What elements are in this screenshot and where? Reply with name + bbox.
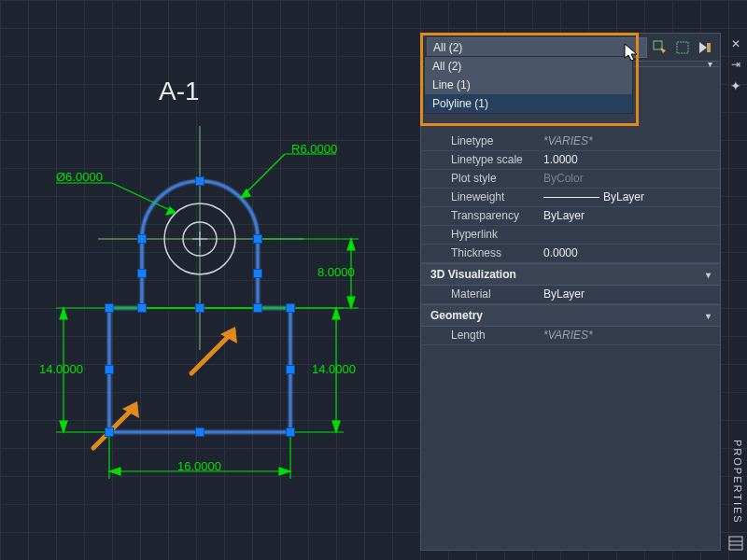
property-value[interactable]: *VARIES* (538, 133, 720, 150)
svg-marker-40 (699, 42, 707, 53)
property-label: Material (421, 286, 538, 303)
pickset-icon[interactable] (673, 38, 692, 57)
property-row[interactable]: Length*VARIES* (421, 327, 720, 345)
options-icon[interactable]: ✦ (730, 78, 741, 93)
dropdown-option[interactable]: Polyline (1) (425, 94, 632, 113)
property-label: Thickness (421, 245, 538, 262)
grip[interactable] (286, 365, 295, 374)
property-row[interactable]: Plot styleByColor (421, 170, 720, 189)
cursor-icon (624, 43, 641, 63)
property-row[interactable]: Thickness0.0000 (421, 245, 720, 263)
grip[interactable] (286, 427, 295, 437)
grip[interactable] (195, 427, 204, 437)
property-row[interactable]: MaterialByLayer (421, 286, 720, 304)
dim-14-left: 14.0000 (39, 362, 83, 376)
close-icon[interactable]: ✕ (731, 37, 740, 50)
dock-icon[interactable]: ⇥ (731, 58, 740, 71)
chevron-down-icon: ▾ (706, 270, 711, 280)
dropdown-option[interactable]: Line (1) (425, 76, 632, 94)
grip[interactable] (253, 269, 262, 278)
grip[interactable] (253, 303, 262, 313)
palette-controls: ✕ ⇥ ✦ (725, 37, 747, 93)
svg-marker-31 (109, 468, 120, 475)
svg-marker-32 (279, 468, 290, 475)
dropdown-option[interactable]: All (2) (425, 57, 632, 76)
dim-14-right: 14.0000 (312, 362, 356, 376)
grip[interactable] (105, 427, 114, 437)
svg-marker-17 (347, 297, 355, 308)
property-value[interactable]: 1.0000 (538, 151, 720, 169)
section-3d-visualization[interactable]: 3D Visualization ▾ (421, 263, 720, 286)
selection-dropdown[interactable]: All (2)Line (1)Polyline (1) (424, 56, 633, 114)
svg-marker-16 (347, 239, 355, 250)
property-value[interactable]: ByLayer (538, 189, 720, 206)
svg-marker-21 (332, 308, 340, 319)
drawing-svg (0, 0, 420, 560)
grip[interactable] (137, 303, 147, 313)
svg-marker-9 (241, 189, 250, 198)
property-value[interactable]: ByLayer (538, 286, 720, 303)
property-label: Plot style (421, 170, 538, 188)
svg-marker-12 (166, 207, 176, 215)
selection-combo[interactable]: All (2) (427, 37, 647, 58)
property-label: Hyperlink (421, 226, 538, 244)
grip[interactable] (137, 234, 147, 244)
property-value[interactable]: ByLayer (538, 207, 720, 225)
grip[interactable] (286, 303, 295, 313)
property-value[interactable]: ByColor (538, 170, 720, 188)
property-label: Length (421, 327, 538, 344)
grip[interactable] (105, 303, 114, 313)
property-label: Linetype (421, 133, 538, 150)
grip[interactable] (137, 269, 147, 278)
property-row[interactable]: TransparencyByLayer (421, 207, 720, 226)
grip[interactable] (195, 303, 204, 313)
svg-rect-43 (729, 537, 742, 550)
dim-16: 16.0000 (177, 459, 221, 473)
section-label: Geometry (430, 309, 483, 322)
property-label: Lineweight (421, 189, 538, 206)
svg-line-10 (112, 183, 176, 213)
quick-calc-icon[interactable] (696, 38, 714, 57)
svg-rect-39 (677, 42, 688, 53)
svg-marker-38 (660, 48, 666, 53)
svg-rect-41 (707, 43, 711, 52)
chevron-down-icon: ▾ (706, 311, 711, 321)
property-row[interactable]: Hyperlink (421, 226, 720, 245)
grip[interactable] (195, 176, 204, 186)
properties-icon[interactable] (728, 536, 743, 551)
grip[interactable] (105, 365, 114, 374)
svg-marker-27 (60, 421, 67, 432)
section-label: 3D Visualization (430, 268, 516, 281)
property-label: Transparency (421, 207, 538, 225)
dim-d6: Ø6.0000 (56, 170, 103, 184)
palette-title: PROPERTIES (732, 440, 743, 525)
drawing-title: A-1 (159, 77, 200, 106)
quick-select-icon[interactable] (651, 38, 669, 57)
property-row[interactable]: Linetype scale1.0000 (421, 151, 720, 170)
svg-marker-42 (625, 44, 637, 61)
chevron-down-icon[interactable]: ▾ (708, 59, 712, 69)
property-row[interactable]: Linetype*VARIES* (421, 133, 720, 151)
property-value[interactable]: 0.0000 (538, 245, 720, 262)
dim-r6: R6.0000 (291, 142, 337, 156)
section-geometry[interactable]: Geometry ▾ (421, 304, 720, 327)
property-value[interactable] (538, 226, 720, 244)
drawing-canvas[interactable]: A-1 R6.0000 Ø6.0000 8.0000 14.0000 14.00… (0, 0, 420, 560)
property-row[interactable]: LineweightByLayer (421, 189, 720, 207)
grip[interactable] (253, 234, 262, 244)
property-value[interactable]: *VARIES* (538, 327, 720, 344)
selection-combo-value: All (2) (433, 41, 462, 54)
svg-marker-22 (332, 421, 340, 432)
property-label: Linetype scale (421, 151, 538, 169)
svg-marker-26 (60, 308, 67, 319)
dim-8: 8.0000 (317, 265, 355, 279)
